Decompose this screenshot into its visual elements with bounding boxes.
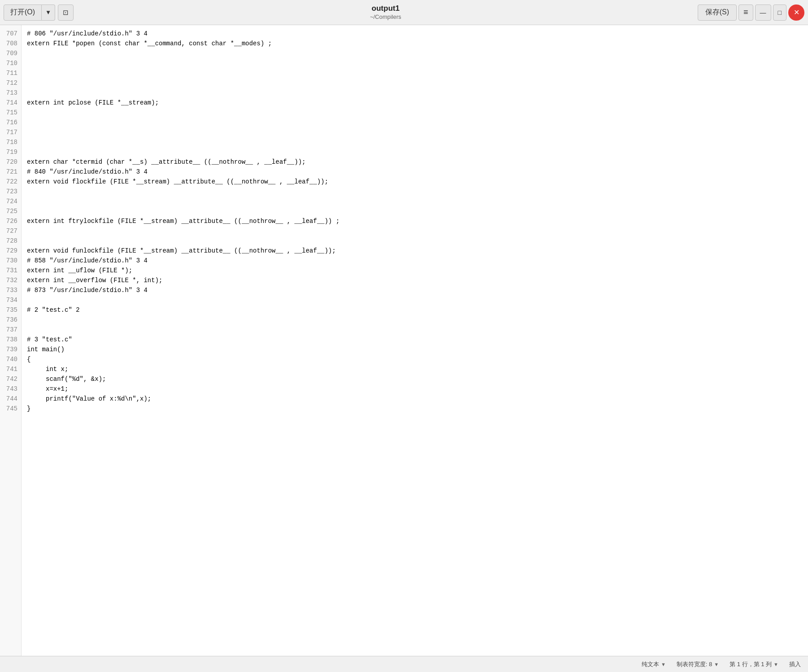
line-number: 722 xyxy=(0,177,21,187)
code-line xyxy=(27,78,808,88)
line-number: 721 xyxy=(0,167,21,177)
editor-area: 7077087097107117127137147157167177187197… xyxy=(0,25,808,656)
code-container[interactable]: 7077087097107117127137147157167177187197… xyxy=(0,25,808,656)
line-number: 731 xyxy=(0,266,21,275)
code-line: x=x+1; xyxy=(27,384,808,394)
line-number: 727 xyxy=(0,226,21,236)
pin-icon: ⊡ xyxy=(63,9,69,17)
code-line xyxy=(27,48,808,58)
code-line xyxy=(27,88,808,98)
code-line: extern int ftrylockfile (FILE *__stream)… xyxy=(27,216,808,226)
line-number: 745 xyxy=(0,404,21,414)
text-type-status[interactable]: 纯文本 ▼ xyxy=(642,660,666,668)
cursor-pos-label: 第 1 行，第 1 列 xyxy=(730,660,772,668)
code-line xyxy=(27,196,808,206)
file-path: ~/Compilers xyxy=(370,13,401,21)
line-number: 732 xyxy=(0,275,21,285)
code-line: # 840 "/usr/include/stdio.h" 3 4 xyxy=(27,167,808,177)
code-line xyxy=(27,325,808,335)
code-line xyxy=(27,315,808,325)
line-number: 729 xyxy=(0,246,21,256)
code-line: # 3 "test.c" xyxy=(27,335,808,345)
open-button[interactable]: 打开(O) xyxy=(4,4,42,21)
line-number: 744 xyxy=(0,394,21,404)
line-number: 719 xyxy=(0,147,21,157)
line-number: 735 xyxy=(0,305,21,315)
code-line xyxy=(27,108,808,118)
line-number: 743 xyxy=(0,384,21,394)
line-number: 717 xyxy=(0,127,21,137)
line-number: 713 xyxy=(0,88,21,98)
code-line xyxy=(27,68,808,78)
code-line: extern FILE *popen (const char *__comman… xyxy=(27,39,808,48)
line-number: 733 xyxy=(0,285,21,295)
code-line: extern void funlockfile (FILE *__stream)… xyxy=(27,246,808,256)
line-number: 712 xyxy=(0,78,21,88)
line-number: 724 xyxy=(0,196,21,206)
code-line xyxy=(27,127,808,137)
line-number: 741 xyxy=(0,364,21,374)
close-button[interactable]: ✕ xyxy=(788,4,804,21)
minimize-button[interactable]: — xyxy=(755,4,771,21)
titlebar-right: 保存(S) ≡ — □ ✕ xyxy=(698,4,808,21)
line-number: 730 xyxy=(0,256,21,266)
code-line: # 806 "/usr/include/stdio.h" 3 4 xyxy=(27,29,808,39)
line-number: 726 xyxy=(0,216,21,226)
tab-width-status[interactable]: 制表符宽度: 8 ▼ xyxy=(677,660,719,668)
code-line: # 2 "test.c" 2 xyxy=(27,305,808,315)
line-number: 740 xyxy=(0,354,21,364)
line-number: 728 xyxy=(0,236,21,246)
line-number: 716 xyxy=(0,118,21,127)
line-number: 742 xyxy=(0,374,21,384)
line-number: 725 xyxy=(0,206,21,216)
line-number: 723 xyxy=(0,187,21,196)
line-number: 709 xyxy=(0,48,21,58)
code-line: scanf("%d", &x); xyxy=(27,374,808,384)
line-numbers: 7077087097107117127137147157167177187197… xyxy=(0,25,22,656)
tab-width-label: 制表符宽度: 8 xyxy=(677,660,712,668)
code-line xyxy=(27,187,808,196)
code-line: } xyxy=(27,404,808,414)
code-line xyxy=(27,295,808,305)
line-number: 710 xyxy=(0,58,21,68)
line-number: 715 xyxy=(0,108,21,118)
line-number: 736 xyxy=(0,315,21,325)
menu-button[interactable]: ≡ xyxy=(738,4,753,21)
code-line: extern int pclose (FILE *__stream); xyxy=(27,98,808,108)
cursor-pos-status[interactable]: 第 1 行，第 1 列 ▼ xyxy=(730,660,778,668)
line-number: 718 xyxy=(0,137,21,147)
open-dropdown-button[interactable]: ▼ xyxy=(42,4,55,21)
code-line xyxy=(27,147,808,157)
text-type-label: 纯文本 xyxy=(642,660,659,668)
cursor-pos-chevron: ▼ xyxy=(773,662,778,667)
line-number: 707 xyxy=(0,29,21,39)
statusbar: 纯文本 ▼ 制表符宽度: 8 ▼ 第 1 行，第 1 列 ▼ 插入 xyxy=(0,656,808,672)
line-number: 737 xyxy=(0,325,21,335)
pin-button[interactable]: ⊡ xyxy=(58,4,74,21)
code-line: # 858 "/usr/include/stdio.h" 3 4 xyxy=(27,256,808,266)
code-line: int main() xyxy=(27,345,808,354)
code-line: int x; xyxy=(27,364,808,374)
line-number: 714 xyxy=(0,98,21,108)
line-number: 711 xyxy=(0,68,21,78)
code-line: extern void flockfile (FILE *__stream) _… xyxy=(27,177,808,187)
insert-mode-status[interactable]: 插入 xyxy=(789,660,801,668)
code-content[interactable]: # 806 "/usr/include/stdio.h" 3 4extern F… xyxy=(22,25,808,656)
code-line xyxy=(27,206,808,216)
code-line xyxy=(27,118,808,127)
titlebar-center: output1 ~/Compilers xyxy=(74,4,697,21)
maximize-button[interactable]: □ xyxy=(773,4,786,21)
file-name: output1 xyxy=(372,4,400,13)
code-line: extern int __uflow (FILE *); xyxy=(27,266,808,275)
code-line xyxy=(27,58,808,68)
code-line xyxy=(27,226,808,236)
line-number: 739 xyxy=(0,345,21,354)
line-number: 720 xyxy=(0,157,21,167)
line-number: 734 xyxy=(0,295,21,305)
line-number: 708 xyxy=(0,39,21,48)
code-line: # 873 "/usr/include/stdio.h" 3 4 xyxy=(27,285,808,295)
titlebar: 打开(O) ▼ ⊡ output1 ~/Compilers 保存(S) ≡ — … xyxy=(0,0,808,25)
code-line: { xyxy=(27,354,808,364)
save-button[interactable]: 保存(S) xyxy=(698,4,737,21)
tab-width-chevron: ▼ xyxy=(714,662,719,667)
